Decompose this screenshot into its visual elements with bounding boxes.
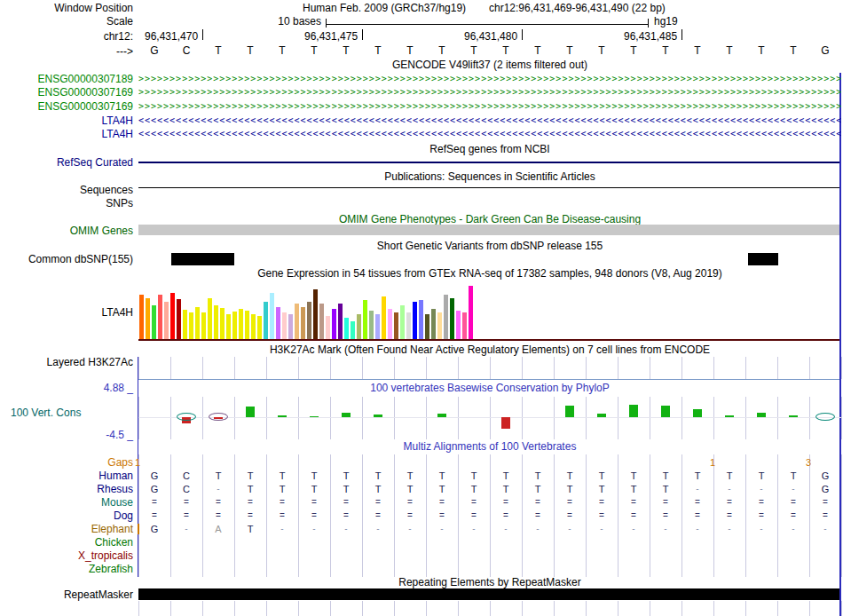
gtex-bar[interactable] bbox=[344, 318, 349, 339]
omim-bar[interactable] bbox=[138, 225, 841, 235]
gtex-bar[interactable] bbox=[338, 304, 343, 339]
gtex-bar[interactable] bbox=[425, 314, 429, 339]
gtex-bar[interactable] bbox=[462, 312, 467, 339]
repeatmasker-label[interactable]: RepeatMasker bbox=[0, 588, 133, 601]
gencode-gene-label[interactable]: LTA4H bbox=[0, 128, 133, 140]
gtex-bar[interactable] bbox=[164, 302, 169, 339]
gtex-bar[interactable] bbox=[239, 309, 243, 339]
gtex-bar[interactable] bbox=[307, 302, 311, 339]
gencode-gene-label[interactable]: ENSG00000307189 bbox=[0, 73, 133, 85]
gtex-bar[interactable] bbox=[375, 314, 380, 339]
species-label[interactable]: Chicken bbox=[0, 536, 133, 549]
species-label[interactable]: Zebrafish bbox=[0, 563, 133, 575]
gtex-bar[interactable] bbox=[406, 312, 411, 339]
gtex-bar[interactable] bbox=[214, 305, 218, 339]
species-label[interactable]: Human bbox=[0, 470, 133, 482]
snps-label[interactable]: SNPs bbox=[0, 197, 133, 209]
gtex-bar[interactable] bbox=[326, 316, 330, 339]
refseq-curated-label[interactable]: RefSeq Curated bbox=[0, 156, 133, 169]
gtex-bar[interactable] bbox=[400, 305, 405, 339]
gtex-bar[interactable] bbox=[276, 307, 280, 339]
h3k27ac-label[interactable]: Layered H3K27Ac bbox=[0, 356, 133, 368]
omim-genes-label[interactable]: OMIM Genes bbox=[0, 225, 133, 237]
gtex-bar[interactable] bbox=[282, 312, 287, 339]
gtex-bar[interactable] bbox=[232, 312, 237, 339]
gtex-bar[interactable] bbox=[437, 312, 442, 339]
gene-arrow-line[interactable]: <<<<<<<<<<<<<<<<<<<<<<<<<<<<<<<<<<<<<<<<… bbox=[138, 128, 841, 140]
gtex-bar[interactable] bbox=[332, 309, 336, 339]
gtex-bar[interactable] bbox=[431, 309, 436, 339]
gtex-bar[interactable] bbox=[456, 311, 461, 339]
gtex-bar[interactable] bbox=[201, 312, 206, 339]
strand-label: ---> bbox=[0, 45, 133, 58]
gencode-gene-label[interactable]: ENSG00000307169 bbox=[0, 100, 133, 113]
gtex-bar[interactable] bbox=[469, 286, 473, 339]
gtex-bar[interactable] bbox=[251, 314, 256, 339]
gtex-bar[interactable] bbox=[257, 316, 262, 339]
gtex-bar[interactable] bbox=[245, 311, 249, 339]
refseq-line[interactable] bbox=[138, 162, 841, 163]
gridline bbox=[202, 601, 203, 616]
refseq-title[interactable]: RefSeq genes from NCBI bbox=[138, 144, 841, 155]
dbsnp-variant[interactable] bbox=[171, 253, 234, 265]
gtex-bar[interactable] bbox=[139, 295, 144, 339]
dbsnp-label[interactable]: Common dbSNP(155) bbox=[0, 253, 133, 265]
gtex-bar[interactable] bbox=[170, 293, 175, 339]
repeatmasker-title[interactable]: Repeating Elements by RepeatMasker bbox=[138, 577, 841, 588]
gtex-bar[interactable] bbox=[319, 304, 324, 339]
gencode-title[interactable]: GENCODE V49lift37 (2 items filtered out) bbox=[138, 59, 841, 71]
gtex-bar[interactable] bbox=[413, 302, 417, 339]
conservation-title[interactable]: 100 vertebrates Basewise Conservation by… bbox=[138, 383, 841, 394]
cons-bar bbox=[374, 415, 382, 417]
gtex-bar[interactable] bbox=[382, 296, 386, 339]
species-label[interactable]: Dog bbox=[0, 509, 133, 522]
species-label[interactable]: Mouse bbox=[0, 496, 133, 509]
gtex-bar[interactable] bbox=[357, 314, 361, 339]
gencode-gene-label[interactable]: LTA4H bbox=[0, 115, 133, 127]
gtex-bar[interactable] bbox=[264, 302, 268, 339]
cons-track-label[interactable]: 100 Vert. Cons bbox=[11, 407, 81, 419]
gtex-bar[interactable] bbox=[450, 298, 454, 339]
gene-arrow-line[interactable]: <<<<<<<<<<<<<<<<<<<<<<<<<<<<<<<<<<<<<<<<… bbox=[138, 115, 841, 127]
dbsnp-title[interactable]: Short Genetic Variants from dbSNP releas… bbox=[138, 241, 841, 252]
publications-line[interactable] bbox=[138, 187, 841, 188]
gtex-bar[interactable] bbox=[295, 304, 299, 339]
gtex-bar[interactable] bbox=[177, 299, 181, 339]
h3k27ac-title[interactable]: H3K27Ac Mark (Often Found Near Active Re… bbox=[138, 344, 841, 356]
gtex-bar[interactable] bbox=[183, 310, 187, 339]
species-label[interactable]: Elephant bbox=[0, 523, 133, 535]
gene-arrow-line[interactable]: >>>>>>>>>>>>>>>>>>>>>>>>>>>>>>>>>>>>>>>>… bbox=[138, 100, 841, 113]
gtex-title[interactable]: Gene Expression in 54 tissues from GTEx … bbox=[138, 268, 841, 280]
gtex-bar[interactable] bbox=[444, 295, 448, 339]
gtex-bar[interactable] bbox=[220, 308, 225, 339]
gene-arrow-line[interactable]: >>>>>>>>>>>>>>>>>>>>>>>>>>>>>>>>>>>>>>>>… bbox=[138, 73, 841, 85]
gtex-bar[interactable] bbox=[158, 295, 162, 339]
gtex-bar[interactable] bbox=[288, 314, 293, 339]
gtex-bar[interactable] bbox=[146, 298, 150, 339]
gtex-bar[interactable] bbox=[363, 300, 367, 339]
gtex-bar[interactable] bbox=[369, 311, 374, 339]
gtex-bar[interactable] bbox=[152, 305, 156, 339]
species-label[interactable]: Rhesus bbox=[0, 483, 133, 495]
publications-title[interactable]: Publications: Sequences in Scientific Ar… bbox=[138, 171, 841, 183]
gtex-bar[interactable] bbox=[208, 298, 212, 339]
gtex-bar[interactable] bbox=[388, 309, 392, 339]
gtex-bar[interactable] bbox=[394, 312, 398, 339]
dbsnp-variant[interactable] bbox=[748, 253, 778, 265]
multiz-title[interactable]: Multiz Alignments of 100 Vertebrates bbox=[138, 441, 841, 453]
species-label[interactable]: Gaps bbox=[0, 456, 133, 469]
gtex-bar[interactable] bbox=[301, 307, 305, 339]
gtex-bar[interactable] bbox=[351, 321, 355, 339]
gtex-bar[interactable] bbox=[226, 314, 231, 339]
sequences-label[interactable]: Sequences bbox=[0, 184, 133, 196]
gtex-bar[interactable] bbox=[313, 289, 318, 339]
gtex-bar[interactable] bbox=[270, 293, 274, 339]
gtex-bar[interactable] bbox=[189, 312, 193, 339]
gene-arrow-line[interactable]: >>>>>>>>>>>>>>>>>>>>>>>>>>>>>>>>>>>>>>>>… bbox=[138, 86, 841, 99]
gtex-bar[interactable] bbox=[419, 300, 423, 339]
gtex-bar[interactable] bbox=[195, 307, 200, 339]
repeatmasker-bar[interactable] bbox=[138, 588, 841, 600]
species-label[interactable]: X_tropicalis bbox=[0, 549, 133, 562]
gencode-gene-label[interactable]: ENSG00000307169 bbox=[0, 86, 133, 99]
gtex-gene-label[interactable]: LTA4H bbox=[0, 306, 133, 319]
